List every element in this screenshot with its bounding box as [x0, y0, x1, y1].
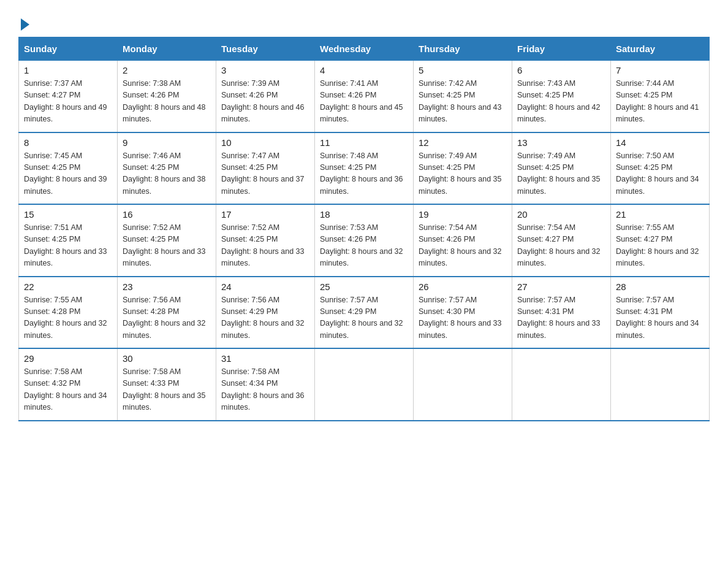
day-info: Sunrise: 7:46 AMSunset: 4:25 PMDaylight:… [123, 151, 206, 196]
calendar-cell: 17 Sunrise: 7:52 AMSunset: 4:25 PMDaylig… [216, 204, 315, 277]
day-number: 11 [320, 137, 408, 148]
day-info: Sunrise: 7:56 AMSunset: 4:28 PMDaylight:… [123, 296, 206, 340]
weekday-header-row: SundayMondayTuesdayWednesdayThursdayFrid… [19, 37, 710, 61]
calendar-cell: 13 Sunrise: 7:49 AMSunset: 4:25 PMDaylig… [512, 132, 611, 205]
calendar-cell: 16 Sunrise: 7:52 AMSunset: 4:25 PMDaylig… [118, 204, 216, 277]
day-number: 15 [24, 209, 112, 220]
day-info: Sunrise: 7:38 AMSunset: 4:26 PMDaylight:… [123, 79, 206, 123]
day-number: 1 [24, 65, 112, 75]
day-number: 30 [123, 353, 211, 364]
day-number: 22 [24, 282, 112, 292]
day-info: Sunrise: 7:42 AMSunset: 4:25 PMDaylight:… [419, 79, 502, 123]
calendar-cell: 1 Sunrise: 7:37 AMSunset: 4:27 PMDayligh… [19, 61, 118, 132]
calendar-cell: 18 Sunrise: 7:53 AMSunset: 4:26 PMDaylig… [315, 204, 414, 277]
day-info: Sunrise: 7:56 AMSunset: 4:29 PMDaylight:… [221, 296, 305, 340]
day-number: 24 [221, 282, 309, 292]
day-info: Sunrise: 7:58 AMSunset: 4:32 PMDaylight:… [24, 367, 107, 412]
day-info: Sunrise: 7:54 AMSunset: 4:26 PMDaylight:… [419, 223, 502, 267]
calendar-cell: 25 Sunrise: 7:57 AMSunset: 4:29 PMDaylig… [315, 277, 414, 349]
calendar-cell: 11 Sunrise: 7:48 AMSunset: 4:25 PMDaylig… [315, 132, 414, 205]
day-number: 18 [320, 209, 408, 220]
day-number: 16 [123, 209, 211, 220]
weekday-header-tuesday: Tuesday [216, 37, 315, 61]
calendar-cell: 3 Sunrise: 7:39 AMSunset: 4:26 PMDayligh… [216, 61, 315, 132]
day-info: Sunrise: 7:44 AMSunset: 4:25 PMDaylight:… [616, 79, 699, 123]
day-number: 2 [123, 65, 211, 75]
day-number: 26 [419, 282, 507, 292]
day-number: 27 [517, 282, 605, 292]
calendar-cell: 29 Sunrise: 7:58 AMSunset: 4:32 PMDaylig… [19, 348, 118, 421]
logo-blue-text [18, 18, 29, 31]
day-info: Sunrise: 7:55 AMSunset: 4:27 PMDaylight:… [616, 223, 699, 267]
day-number: 29 [24, 353, 112, 364]
day-number: 7 [616, 65, 704, 75]
calendar-cell: 2 Sunrise: 7:38 AMSunset: 4:26 PMDayligh… [118, 61, 216, 132]
calendar-cell: 9 Sunrise: 7:46 AMSunset: 4:25 PMDayligh… [118, 132, 216, 205]
day-info: Sunrise: 7:52 AMSunset: 4:25 PMDaylight:… [221, 223, 305, 267]
day-number: 23 [123, 282, 211, 292]
day-number: 10 [221, 137, 309, 148]
day-number: 8 [24, 137, 112, 148]
calendar-cell: 7 Sunrise: 7:44 AMSunset: 4:25 PMDayligh… [611, 61, 710, 132]
day-info: Sunrise: 7:48 AMSunset: 4:25 PMDaylight:… [320, 151, 403, 196]
calendar-cell: 19 Sunrise: 7:54 AMSunset: 4:26 PMDaylig… [414, 204, 512, 277]
calendar-cell: 20 Sunrise: 7:54 AMSunset: 4:27 PMDaylig… [512, 204, 611, 277]
calendar-cell [414, 348, 512, 421]
day-number: 28 [616, 282, 704, 292]
calendar-table: SundayMondayTuesdayWednesdayThursdayFrid… [18, 37, 710, 421]
calendar-cell: 10 Sunrise: 7:47 AMSunset: 4:25 PMDaylig… [216, 132, 315, 205]
calendar-week-row: 22 Sunrise: 7:55 AMSunset: 4:28 PMDaylig… [19, 277, 710, 349]
day-number: 20 [517, 209, 605, 220]
day-info: Sunrise: 7:57 AMSunset: 4:31 PMDaylight:… [616, 296, 699, 340]
logo-triangle-icon [21, 18, 29, 31]
calendar-cell: 4 Sunrise: 7:41 AMSunset: 4:26 PMDayligh… [315, 61, 414, 132]
day-info: Sunrise: 7:50 AMSunset: 4:25 PMDaylight:… [616, 151, 699, 196]
day-number: 9 [123, 137, 211, 148]
page-header [18, 12, 710, 31]
calendar-cell: 21 Sunrise: 7:55 AMSunset: 4:27 PMDaylig… [611, 204, 710, 277]
calendar-cell: 30 Sunrise: 7:58 AMSunset: 4:33 PMDaylig… [118, 348, 216, 421]
weekday-header-friday: Friday [512, 37, 611, 61]
day-number: 21 [616, 209, 704, 220]
calendar-cell [315, 348, 414, 421]
day-number: 5 [419, 65, 507, 75]
calendar-cell: 28 Sunrise: 7:57 AMSunset: 4:31 PMDaylig… [611, 277, 710, 349]
calendar-cell: 6 Sunrise: 7:43 AMSunset: 4:25 PMDayligh… [512, 61, 611, 132]
day-number: 12 [419, 137, 507, 148]
calendar-cell: 31 Sunrise: 7:58 AMSunset: 4:34 PMDaylig… [216, 348, 315, 421]
calendar-cell: 14 Sunrise: 7:50 AMSunset: 4:25 PMDaylig… [611, 132, 710, 205]
day-info: Sunrise: 7:57 AMSunset: 4:31 PMDaylight:… [517, 296, 601, 340]
day-info: Sunrise: 7:53 AMSunset: 4:26 PMDaylight:… [320, 223, 403, 267]
day-info: Sunrise: 7:58 AMSunset: 4:33 PMDaylight:… [123, 367, 206, 412]
calendar-cell [611, 348, 710, 421]
day-info: Sunrise: 7:55 AMSunset: 4:28 PMDaylight:… [24, 296, 107, 340]
day-info: Sunrise: 7:57 AMSunset: 4:29 PMDaylight:… [320, 296, 403, 340]
day-info: Sunrise: 7:57 AMSunset: 4:30 PMDaylight:… [419, 296, 502, 340]
day-info: Sunrise: 7:58 AMSunset: 4:34 PMDaylight:… [221, 367, 305, 412]
calendar-cell: 12 Sunrise: 7:49 AMSunset: 4:25 PMDaylig… [414, 132, 512, 205]
day-info: Sunrise: 7:43 AMSunset: 4:25 PMDaylight:… [517, 79, 601, 123]
calendar-cell: 24 Sunrise: 7:56 AMSunset: 4:29 PMDaylig… [216, 277, 315, 349]
day-number: 3 [221, 65, 309, 75]
day-info: Sunrise: 7:47 AMSunset: 4:25 PMDaylight:… [221, 151, 305, 196]
calendar-week-row: 8 Sunrise: 7:45 AMSunset: 4:25 PMDayligh… [19, 132, 710, 205]
weekday-header-thursday: Thursday [414, 37, 512, 61]
day-number: 19 [419, 209, 507, 220]
calendar-cell: 26 Sunrise: 7:57 AMSunset: 4:30 PMDaylig… [414, 277, 512, 349]
day-info: Sunrise: 7:49 AMSunset: 4:25 PMDaylight:… [517, 151, 601, 196]
day-number: 25 [320, 282, 408, 292]
calendar-cell: 23 Sunrise: 7:56 AMSunset: 4:28 PMDaylig… [118, 277, 216, 349]
weekday-header-saturday: Saturday [611, 37, 710, 61]
calendar-week-row: 1 Sunrise: 7:37 AMSunset: 4:27 PMDayligh… [19, 61, 710, 132]
day-info: Sunrise: 7:54 AMSunset: 4:27 PMDaylight:… [517, 223, 601, 267]
day-info: Sunrise: 7:39 AMSunset: 4:26 PMDaylight:… [221, 79, 305, 123]
day-info: Sunrise: 7:41 AMSunset: 4:26 PMDaylight:… [320, 79, 403, 123]
day-info: Sunrise: 7:45 AMSunset: 4:25 PMDaylight:… [24, 151, 107, 196]
calendar-week-row: 15 Sunrise: 7:51 AMSunset: 4:25 PMDaylig… [19, 204, 710, 277]
calendar-cell: 27 Sunrise: 7:57 AMSunset: 4:31 PMDaylig… [512, 277, 611, 349]
day-info: Sunrise: 7:49 AMSunset: 4:25 PMDaylight:… [419, 151, 502, 196]
day-info: Sunrise: 7:52 AMSunset: 4:25 PMDaylight:… [123, 223, 206, 267]
weekday-header-wednesday: Wednesday [315, 37, 414, 61]
calendar-cell [512, 348, 611, 421]
weekday-header-monday: Monday [118, 37, 216, 61]
